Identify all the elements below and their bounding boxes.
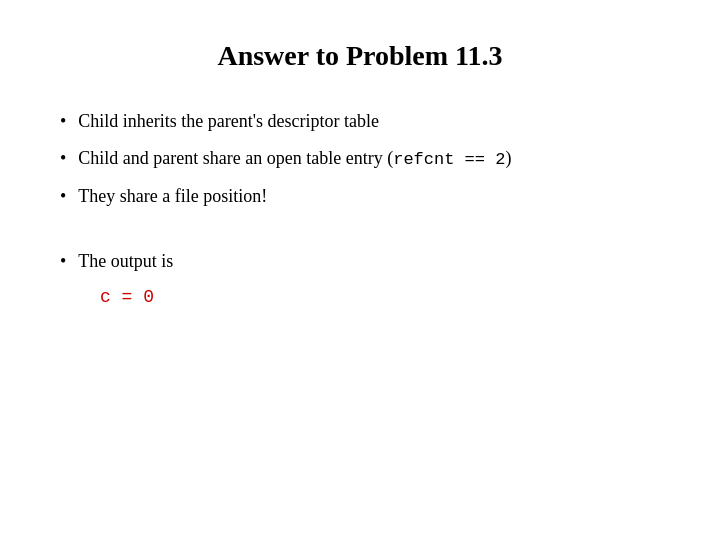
- slide-title: Answer to Problem 11.3: [60, 40, 660, 72]
- list-item-1: • Child inherits the parent's descriptor…: [60, 108, 660, 135]
- bullet-3: •: [60, 183, 66, 210]
- output-code: c = 0: [100, 283, 660, 312]
- main-bullet-list: • Child inherits the parent's descriptor…: [60, 108, 660, 220]
- list-item-1-text: Child inherits the parent's descriptor t…: [78, 108, 379, 135]
- list-item-3-text: They share a file position!: [78, 183, 267, 210]
- slide-container: Answer to Problem 11.3 • Child inherits …: [0, 0, 720, 540]
- list-item-2-text-before: Child and parent share an open table ent…: [78, 148, 393, 168]
- output-label: The output is: [78, 248, 173, 275]
- list-item-2-text: Child and parent share an open table ent…: [78, 145, 511, 173]
- bullet-1: •: [60, 108, 66, 135]
- list-item-2-mono: refcnt == 2: [393, 150, 505, 169]
- output-section: • The output is c = 0: [60, 248, 660, 312]
- list-item-3: • They share a file position!: [60, 183, 660, 210]
- bullet-2: •: [60, 145, 66, 172]
- list-item-2-text-after: ): [505, 148, 511, 168]
- output-bullet: •: [60, 248, 66, 275]
- list-item-2: • Child and parent share an open table e…: [60, 145, 660, 173]
- output-bullet-item: • The output is: [60, 248, 660, 275]
